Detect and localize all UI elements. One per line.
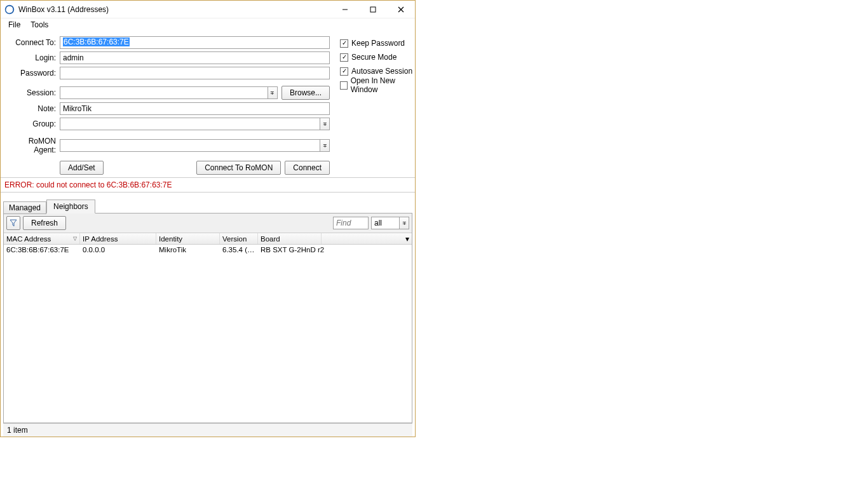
check-secure-mode-label: Secure Mode [351, 53, 397, 62]
romon-agent-input[interactable] [60, 139, 320, 152]
connect-romon-button[interactable]: Connect To RoMON [196, 161, 281, 175]
cell-mac: 6C:3B:6B:67:63:7E [4, 246, 80, 254]
note-input[interactable] [60, 102, 330, 115]
cell-board: RB SXT G-2HnD r2 [258, 246, 412, 254]
label-connect-to: Connect To: [6, 38, 60, 47]
table-row[interactable]: 6C:3B:6B:67:63:7E 0.0.0.0 MikroTik 6.35.… [4, 245, 412, 255]
password-input[interactable] [60, 67, 330, 79]
th-ip[interactable]: IP Address ‍ [80, 233, 156, 244]
svg-rect-2 [370, 7, 376, 12]
login-input[interactable] [60, 51, 330, 64]
tabs-area: Managed Neighbors Refresh ∓ [3, 199, 412, 437]
filter-all-input[interactable] [371, 217, 399, 229]
add-set-button[interactable]: Add/Set [60, 161, 104, 175]
th-board[interactable]: Board [258, 233, 322, 244]
check-keep-password[interactable]: ✓ [340, 39, 348, 48]
form-right: ✓ Keep Password ✓ Secure Mode ✓ Autosave… [340, 36, 416, 175]
minimize-button[interactable] [331, 1, 359, 18]
form-area: Connect To: 6C:3B:6B:67:63:7E Login: Pas… [1, 31, 415, 177]
tab-neighbors[interactable]: Neighbors [46, 200, 95, 214]
winbox-window: WinBox v3.11 (Addresses) File Tools Conn… [0, 0, 416, 437]
label-password: Password: [6, 69, 60, 78]
label-login: Login: [6, 53, 60, 62]
connect-button[interactable]: Connect [285, 161, 330, 175]
neighbors-table: MAC Address ▽ IP Address ‍ Identity Vers… [4, 233, 412, 423]
connect-to-input[interactable]: 6C:3B:6B:67:63:7E [60, 36, 330, 49]
sort-indicator-icon: ▽ [73, 236, 77, 241]
check-keep-password-row[interactable]: ✓ Keep Password [340, 37, 416, 49]
status-bar: 1 item [3, 423, 412, 437]
tab-content: Refresh ∓ MAC Address ▽ IP Address ‍ [3, 213, 412, 423]
browse-button[interactable]: Browse... [281, 86, 330, 100]
check-secure-mode[interactable]: ✓ [340, 53, 348, 62]
check-autosave[interactable]: ✓ [340, 67, 348, 76]
menu-file[interactable]: File [3, 19, 25, 30]
check-new-window-row[interactable]: Open In New Window [340, 79, 416, 91]
th-version[interactable]: Version [220, 233, 258, 244]
titlebar: WinBox v3.11 (Addresses) [1, 1, 415, 18]
th-menu[interactable]: ▾ [322, 233, 412, 244]
romon-agent-dropdown-icon[interactable]: ∓ [320, 139, 330, 152]
check-secure-mode-row[interactable]: ✓ Secure Mode [340, 51, 416, 63]
table-header: MAC Address ▽ IP Address ‍ Identity Vers… [4, 233, 412, 245]
error-message: ERROR: could not connect to 6C:3B:6B:67:… [1, 177, 415, 193]
refresh-button[interactable]: Refresh [23, 216, 66, 230]
close-button[interactable] [387, 1, 415, 18]
th-identity[interactable]: Identity [156, 233, 220, 244]
maximize-button[interactable] [359, 1, 387, 18]
label-note: Note: [6, 104, 60, 113]
cell-ip: 0.0.0.0 [80, 246, 156, 254]
funnel-icon [10, 219, 17, 227]
group-dropdown-icon[interactable]: ∓ [320, 118, 330, 130]
app-icon [4, 4, 15, 15]
filter-button[interactable] [6, 216, 20, 230]
cell-version: 6.35.4 (st... [220, 246, 258, 254]
menu-tools[interactable]: Tools [25, 19, 53, 30]
tab-strip: Managed Neighbors [3, 199, 412, 213]
session-dropdown-icon[interactable]: ∓ [268, 86, 278, 99]
menubar: File Tools [1, 18, 415, 31]
group-input[interactable] [60, 118, 320, 130]
label-romon-agent: RoMON Agent: [6, 137, 60, 154]
form-left: Connect To: 6C:3B:6B:67:63:7E Login: Pas… [6, 36, 330, 175]
check-autosave-row[interactable]: ✓ Autosave Session [340, 65, 416, 77]
toolbar: Refresh ∓ [4, 214, 412, 233]
label-group: Group: [6, 119, 60, 128]
session-input[interactable] [60, 86, 268, 99]
check-autosave-label: Autosave Session [351, 67, 412, 76]
th-mac[interactable]: MAC Address ▽ [4, 233, 80, 244]
tab-managed[interactable]: Managed [3, 201, 46, 214]
filter-all-dropdown-icon[interactable]: ∓ [399, 217, 409, 229]
check-new-window[interactable] [340, 81, 348, 90]
window-controls [331, 1, 415, 18]
column-menu-icon: ▾ [405, 234, 409, 243]
cell-identity: MikroTik [156, 246, 220, 254]
connect-to-value: 6C:3B:6B:67:63:7E [63, 37, 130, 46]
label-session: Session: [6, 88, 60, 97]
check-new-window-label: Open In New Window [351, 76, 416, 94]
find-input[interactable] [333, 217, 369, 229]
window-title: WinBox v3.11 (Addresses) [18, 5, 331, 14]
check-keep-password-label: Keep Password [351, 39, 405, 48]
